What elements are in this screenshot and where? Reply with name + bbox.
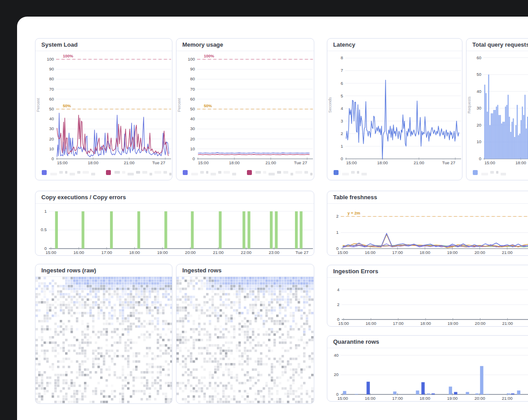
legend-swatch[interactable] <box>334 170 339 175</box>
svg-text:20:00: 20:00 <box>475 250 485 255</box>
svg-text:70: 70 <box>49 87 54 92</box>
redacted-legend-text <box>114 171 120 174</box>
svg-text:90: 90 <box>190 66 195 71</box>
svg-text:18:00: 18:00 <box>88 160 98 165</box>
svg-text:Tue 27: Tue 27 <box>152 160 165 165</box>
svg-text:50%: 50% <box>204 104 212 108</box>
panel-title-quarantine-rows: Quarantine rows <box>327 336 528 348</box>
panel-title-ingested-rows-raw: Ingested rows (raw) <box>35 264 172 277</box>
redacted-legend-text <box>128 173 134 175</box>
redacted-legend-text <box>224 171 230 174</box>
svg-text:3: 3 <box>341 118 343 123</box>
legend-swatch[interactable] <box>247 170 252 175</box>
svg-text:4: 4 <box>341 106 343 111</box>
svg-text:15:00: 15:00 <box>484 160 495 165</box>
svg-text:30: 30 <box>190 126 195 131</box>
panel-total-query-requests: Total query requests 010203040506015:001… <box>466 38 528 180</box>
svg-text:17:00: 17:00 <box>101 250 112 255</box>
svg-text:50%: 50% <box>63 104 71 108</box>
svg-text:40: 40 <box>334 353 339 358</box>
legend-swatch[interactable] <box>473 170 478 175</box>
svg-text:15:00: 15:00 <box>337 396 348 401</box>
svg-text:15:00: 15:00 <box>198 160 209 165</box>
svg-text:15:00: 15:00 <box>346 160 357 165</box>
svg-text:23:00: 23:00 <box>268 250 279 255</box>
svg-text:50: 50 <box>49 106 54 111</box>
panel-latency: Latency 01234567815:0018:0021:00Tue 27Se… <box>327 38 462 180</box>
redacted-legend-text <box>65 171 67 174</box>
redacted-legend-text <box>91 173 95 175</box>
svg-text:21:00: 21:00 <box>502 396 513 401</box>
redacted-legend-text <box>150 173 152 175</box>
panel-title-system-load: System Load <box>35 39 172 51</box>
table-freshness-chart[interactable]: 012y = 2m15:0016:0017:0018:0019:0020:002… <box>327 204 528 256</box>
svg-text:60: 60 <box>190 96 195 101</box>
system-load-chart[interactable]: 0102030405060708090100100%50%15:0018:002… <box>35 51 172 166</box>
total-query-requests-legend[interactable] <box>466 166 528 179</box>
svg-text:Tue 27: Tue 27 <box>295 250 308 255</box>
redacted-legend-text <box>283 171 288 174</box>
redacted-legend-text <box>490 171 494 174</box>
svg-text:0: 0 <box>341 156 343 161</box>
redacted-legend-text <box>357 171 359 174</box>
panel-quarantine-rows: Quarantine rows 0204015:0016:0017:0018:0… <box>327 335 528 402</box>
svg-text:40: 40 <box>190 116 195 121</box>
copy-executions-chart[interactable]: 00.5115:0016:0017:0018:0019:0020:0021:00… <box>35 204 314 256</box>
svg-text:20:00: 20:00 <box>475 396 485 401</box>
redacted-legend-text <box>163 171 167 174</box>
svg-text:40: 40 <box>476 89 481 94</box>
svg-text:21:00: 21:00 <box>124 160 135 165</box>
svg-text:17:00: 17:00 <box>393 321 404 326</box>
redacted-legend-text <box>154 171 161 174</box>
svg-text:17:00: 17:00 <box>392 396 403 401</box>
ingestion-errors-chart[interactable]: 02415:0016:0017:0018:0019:0020:0021:0022… <box>327 278 528 327</box>
svg-text:70: 70 <box>190 87 195 92</box>
svg-text:Tue 27: Tue 27 <box>294 160 307 165</box>
svg-text:16:00: 16:00 <box>365 396 375 401</box>
svg-text:18:00: 18:00 <box>229 160 240 165</box>
redacted-legend-text <box>83 171 89 174</box>
svg-text:100: 100 <box>188 57 195 61</box>
svg-text:100%: 100% <box>204 54 214 58</box>
svg-text:22:00: 22:00 <box>241 250 251 255</box>
svg-text:17:00: 17:00 <box>392 250 403 255</box>
svg-text:19:00: 19:00 <box>447 250 458 255</box>
redacted-legend-text <box>200 171 204 174</box>
redacted-legend-text <box>59 171 63 174</box>
svg-text:20: 20 <box>190 136 195 141</box>
ingested-rows-raw-redacted-chart[interactable] <box>35 277 172 404</box>
panel-title-copy-executions: Copy executions / Copy errors <box>35 191 314 204</box>
panel-title-latency: Latency <box>327 39 462 51</box>
redacted-legend-text <box>310 173 312 175</box>
svg-text:10: 10 <box>49 146 54 151</box>
svg-text:0.5: 0.5 <box>41 227 47 232</box>
legend-swatch[interactable] <box>183 170 188 175</box>
svg-text:0: 0 <box>52 156 54 161</box>
redacted-legend-text <box>481 173 488 175</box>
ingested-rows-redacted-chart[interactable] <box>176 277 314 404</box>
svg-text:1: 1 <box>341 144 343 149</box>
svg-text:0: 0 <box>193 156 195 161</box>
svg-text:Seconds: Seconds <box>328 97 332 113</box>
total-query-requests-chart[interactable]: 010203040506015:0018:0021:00Tue 27Reques… <box>466 51 528 166</box>
svg-text:20: 20 <box>334 372 339 377</box>
svg-text:8: 8 <box>341 55 343 60</box>
svg-text:30: 30 <box>49 126 54 131</box>
memory-usage-legend[interactable] <box>176 166 314 179</box>
svg-text:Percent: Percent <box>36 98 40 112</box>
latency-legend[interactable] <box>327 166 462 179</box>
legend-swatch[interactable] <box>106 170 111 175</box>
svg-text:50: 50 <box>190 106 195 111</box>
dashboard-canvas: System Load 0102030405060708090100100%50… <box>17 17 528 420</box>
svg-text:21:00: 21:00 <box>265 160 276 165</box>
memory-usage-chart[interactable]: 0102030405060708090100100%50%15:0018:002… <box>176 51 314 166</box>
panel-title-total-query-requests: Total query requests <box>466 39 528 51</box>
svg-text:18:00: 18:00 <box>377 160 388 165</box>
svg-text:5: 5 <box>341 93 343 98</box>
latency-chart[interactable]: 01234567815:0018:0021:00Tue 27Seconds <box>327 51 462 166</box>
legend-swatch[interactable] <box>42 170 47 175</box>
system-load-legend[interactable] <box>35 166 172 179</box>
svg-text:2: 2 <box>336 214 339 219</box>
quarantine-rows-chart[interactable]: 0204015:0016:0017:0018:0019:0020:0021:00… <box>327 348 528 402</box>
svg-text:19:00: 19:00 <box>448 321 458 326</box>
